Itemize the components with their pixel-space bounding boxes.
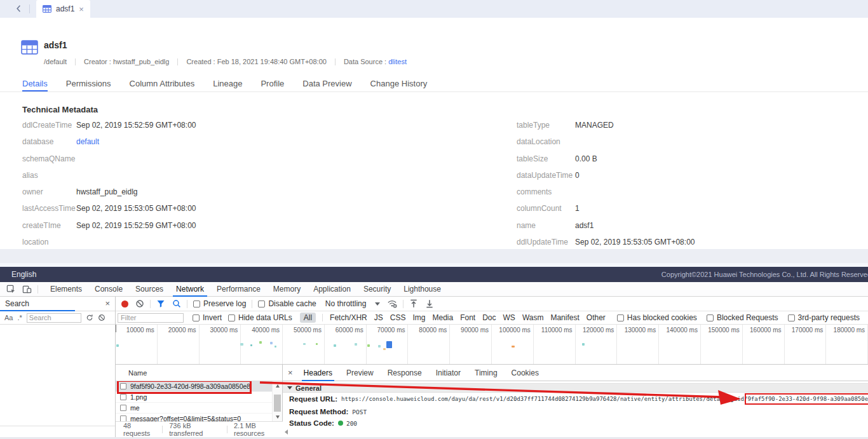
- devtools-tab-lighthouse[interactable]: Lighthouse: [397, 282, 447, 297]
- type-filter-ws[interactable]: WS: [503, 313, 515, 322]
- devtools-tab-application[interactable]: Application: [307, 282, 357, 297]
- has-blocked-cookies-checkbox[interactable]: Has blocked cookies: [617, 313, 697, 322]
- 3rd-party-requests-checkbox[interactable]: 3rd-party requests: [788, 313, 860, 322]
- close-details-icon[interactable]: ×: [288, 368, 293, 377]
- disable-cache-checkbox[interactable]: Disable cache: [258, 299, 316, 308]
- record-button[interactable]: [121, 301, 128, 307]
- filter-funnel-icon[interactable]: [156, 299, 165, 308]
- request-row[interactable]: 1.png: [116, 392, 272, 403]
- search-input[interactable]: [27, 313, 81, 323]
- type-filter-img[interactable]: Img: [412, 313, 425, 322]
- horizontal-scroll-left-icon[interactable]: [285, 429, 288, 435]
- timeline-tick: 60000 ms: [325, 325, 367, 364]
- tab-data-preview[interactable]: Data Preview: [302, 75, 351, 91]
- hide-data-urls-checkbox[interactable]: Hide data URLs: [228, 313, 292, 322]
- status-code-value: 200: [346, 420, 357, 427]
- devtools-tab-elements[interactable]: Elements: [44, 282, 88, 297]
- refresh-icon[interactable]: [86, 314, 93, 321]
- regex-button[interactable]: .*: [17, 314, 22, 321]
- type-filter-wasm[interactable]: Wasm: [522, 313, 544, 322]
- checkbox-label: Blocked Requests: [717, 313, 778, 322]
- match-case-button[interactable]: Aa: [4, 314, 13, 321]
- devtools-tab-performance[interactable]: Performance: [210, 282, 267, 297]
- type-filter-manifest[interactable]: Manifest: [550, 313, 579, 322]
- details-tab-response[interactable]: Response: [381, 365, 429, 381]
- scroll-up-icon[interactable]: [273, 382, 282, 389]
- timeline-tick: 180000 ms: [826, 325, 868, 364]
- devtools-tab-sources[interactable]: Sources: [129, 282, 170, 297]
- request-row[interactable]: messager?offset=0&limit=5&status=0: [116, 414, 272, 421]
- timeline-tick: 140000 ms: [659, 325, 701, 364]
- request-checkbox[interactable]: [120, 415, 126, 421]
- tab-profile[interactable]: Profile: [261, 75, 284, 91]
- dropdown-arrow-icon: [375, 302, 380, 306]
- general-section-header[interactable]: General: [283, 383, 868, 393]
- summary-item: 2.1 MB resources: [234, 422, 283, 437]
- filter-input[interactable]: [118, 313, 184, 323]
- type-filter-font[interactable]: Font: [460, 313, 475, 322]
- invert-checkbox[interactable]: Invert: [193, 313, 222, 322]
- blocked-requests-checkbox[interactable]: Blocked Requests: [707, 313, 778, 322]
- type-filter-other[interactable]: Other: [587, 313, 606, 322]
- kv-row: ownerhwstaff_pub_eidlg: [22, 187, 480, 204]
- details-tab-headers[interactable]: Headers: [297, 365, 339, 381]
- export-har-icon[interactable]: [425, 299, 434, 308]
- type-filter-fetch-xhr[interactable]: Fetch/XHR: [330, 313, 367, 322]
- browser-tab[interactable]: adsf1 ×: [36, 0, 90, 18]
- meta-link-dlitest[interactable]: dlitest: [388, 58, 407, 65]
- back-chevron-icon[interactable]: [14, 4, 24, 13]
- details-panel: × HeadersPreviewResponseInitiatorTimingC…: [283, 365, 868, 437]
- network-conditions-icon[interactable]: [387, 299, 397, 308]
- type-filter-all[interactable]: All: [300, 313, 316, 323]
- request-row[interactable]: 9faf5f90-2e33-420d-9f98-a309aa0850e8: [116, 381, 272, 392]
- tab-permissions[interactable]: Permissions: [66, 75, 111, 91]
- tab-close-icon[interactable]: ×: [79, 5, 84, 13]
- tab-details[interactable]: Details: [22, 75, 48, 91]
- devtools-tab-memory[interactable]: Memory: [267, 282, 307, 297]
- column-header-name[interactable]: Name: [116, 365, 282, 381]
- details-tab-timing[interactable]: Timing: [468, 365, 505, 381]
- timeline-ruler[interactable]: 10000 ms20000 ms30000 ms40000 ms50000 ms…: [116, 325, 868, 365]
- tab-change-history[interactable]: Change History: [370, 75, 428, 91]
- language-selector[interactable]: English: [11, 270, 36, 279]
- request-checkbox[interactable]: [120, 383, 126, 389]
- request-checkbox[interactable]: [120, 394, 126, 400]
- search-network-icon[interactable]: [172, 299, 181, 308]
- search-close-icon[interactable]: ×: [105, 299, 110, 308]
- details-tab-initiator[interactable]: Initiator: [429, 365, 468, 381]
- more-filters: Has blocked cookiesBlocked Requests3rd-p…: [617, 313, 860, 322]
- device-toolbar-icon[interactable]: [22, 284, 32, 294]
- throttling-select[interactable]: No throttling: [325, 299, 381, 308]
- tab-column-attributes[interactable]: Column Attributes: [130, 75, 195, 91]
- type-filter-doc[interactable]: Doc: [482, 313, 496, 322]
- summary-divider: [162, 426, 163, 433]
- inspect-element-icon[interactable]: [6, 284, 16, 294]
- request-checkbox[interactable]: [120, 405, 126, 411]
- devtools-tab-security[interactable]: Security: [357, 282, 397, 297]
- request-url-row: Request URL: https://console.huaweicloud…: [289, 395, 868, 403]
- type-filter-js[interactable]: JS: [374, 313, 383, 322]
- type-filter-css[interactable]: CSS: [390, 313, 406, 322]
- devtools-tab-console[interactable]: Console: [88, 282, 129, 297]
- clear-search-icon[interactable]: [98, 314, 105, 321]
- request-dot: [316, 343, 318, 345]
- tab-lineage[interactable]: Lineage: [213, 75, 242, 91]
- type-filter-media[interactable]: Media: [432, 313, 453, 322]
- preserve-log-checkbox[interactable]: Preserve log: [193, 299, 246, 308]
- type-filters: AllFetch/XHRJSCSSImgMediaFontDocWSWasmMa…: [300, 313, 606, 323]
- checkbox-icon: [193, 314, 200, 321]
- clear-network-icon[interactable]: [135, 299, 144, 308]
- request-row[interactable]: me: [116, 403, 272, 414]
- search-pane-tabrow: Search ×: [0, 297, 115, 311]
- table-icon: [21, 39, 38, 56]
- scroll-down-icon[interactable]: [273, 413, 282, 421]
- devtools-tab-network[interactable]: Network: [170, 282, 210, 297]
- browser-tab-strip: adsf1 ×: [0, 0, 868, 18]
- details-tab-preview[interactable]: Preview: [339, 365, 381, 381]
- request-dot: [334, 344, 336, 347]
- scroll-thumb[interactable]: [274, 395, 281, 412]
- import-har-icon[interactable]: [409, 299, 418, 308]
- kv-value[interactable]: default: [76, 137, 99, 146]
- details-tab-cookies[interactable]: Cookies: [505, 365, 546, 381]
- scrollbar[interactable]: [272, 381, 282, 421]
